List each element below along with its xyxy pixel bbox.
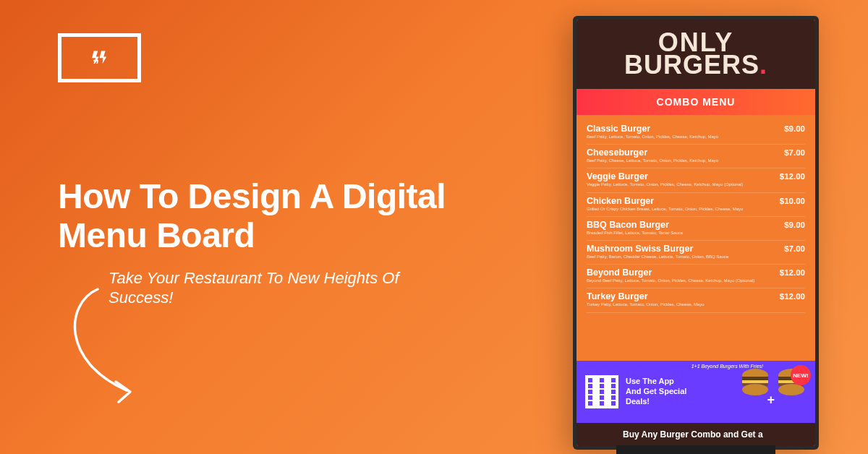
item-name: Mushroom Swiss Burger — [587, 244, 693, 254]
qr-code-icon — [585, 375, 618, 408]
menu-item: Chicken Burger$10.00Grilled Or Crispy Ch… — [587, 193, 805, 217]
item-price: $7.00 — [784, 148, 805, 157]
menu-screen: ONLY BURGERS. COMBO MENU Classic Burger$… — [576, 20, 815, 446]
svg-rect-2 — [742, 377, 768, 380]
burger-image-icon — [739, 365, 772, 398]
item-description: Beef Patty, Lettuce, Tomato, Onion, Pick… — [587, 134, 805, 140]
menu-item: Classic Burger$9.00Beef Patty, Lettuce, … — [587, 121, 805, 145]
arrow-icon — [58, 275, 174, 408]
digital-menu-display: ONLY BURGERS. COMBO MENU Classic Burger$… — [573, 16, 819, 450]
combo-menu-heading: COMBO MENU — [576, 89, 815, 115]
item-description: Beef Patty, Bacon, Cheddar Cheese, Lettu… — [587, 254, 805, 260]
menu-items-list: Classic Burger$9.00Beef Patty, Lettuce, … — [576, 115, 815, 361]
svg-point-10 — [778, 384, 804, 395]
brand-line-2: BURGERS. — [624, 54, 767, 77]
menu-item: Mushroom Swiss Burger$7.00Beef Patty, Ba… — [587, 241, 805, 265]
svg-rect-3 — [742, 380, 768, 383]
item-name: Turkey Burger — [587, 291, 648, 301]
item-name: BBQ Bacon Burger — [587, 220, 669, 230]
page-headline: How To Design A Digital Menu Board — [58, 177, 463, 255]
item-description: Breaded Fish Fillet, Lettuce, Tomato, Ta… — [587, 231, 805, 236]
svg-point-5 — [742, 384, 768, 395]
menu-item: BBQ Bacon Burger$9.00Breaded Fish Fillet… — [587, 217, 805, 241]
item-name: Beyond Burger — [587, 267, 652, 278]
item-price: $12.00 — [780, 268, 805, 277]
item-price: $10.00 — [780, 197, 805, 205]
promo-banner: Use The App And Get Special Deals! 1+1 B… — [576, 361, 815, 423]
item-name: Cheeseburger — [587, 147, 647, 158]
new-badge: NEW! — [791, 365, 811, 385]
item-description: Beyond Beef Patty, Lettuce, Tomato, Onio… — [587, 278, 805, 283]
menu-item: Turkey Burger$12.00Turkey Patty, Lettuce… — [587, 288, 805, 312]
menu-item: Beyond Burger$12.00Beyond Beef Patty, Le… — [587, 265, 805, 288]
display-stand — [616, 445, 775, 454]
menu-item: Cheeseburger$7.00Beef Patty, Cheese, Let… — [587, 145, 805, 168]
item-price: $9.00 — [784, 124, 805, 133]
item-price: $7.00 — [784, 244, 805, 253]
item-name: Chicken Burger — [587, 196, 654, 206]
item-description: Veggie Patty, Lettuce, Tomato, Onion, Pi… — [587, 182, 805, 187]
item-name: Classic Burger — [587, 124, 650, 134]
brand-logo: „ — [58, 33, 141, 82]
item-price: $9.00 — [784, 220, 805, 229]
item-price: $12.00 — [780, 172, 805, 181]
quote-icon: „ — [90, 50, 110, 66]
menu-brand-header: ONLY BURGERS. — [576, 20, 815, 89]
ticker-text: Buy Any Burger Combo and Get a — [576, 423, 815, 446]
item-description: Grilled Or Crispy Chicken Breast, Lettuc… — [587, 207, 805, 212]
item-price: $12.00 — [780, 292, 805, 301]
menu-item: Veggie Burger$12.00Veggie Patty, Lettuce… — [587, 168, 805, 192]
promo-text: Use The App And Get Special Deals! — [626, 377, 688, 406]
item-name: Veggie Burger — [587, 171, 648, 181]
item-description: Turkey Patty, Lettuce, Tomato, Onion, Pi… — [587, 302, 805, 307]
item-description: Beef Patty, Cheese, Lettuce, Tomato, Oni… — [587, 158, 805, 163]
svg-text:„: „ — [93, 50, 99, 64]
